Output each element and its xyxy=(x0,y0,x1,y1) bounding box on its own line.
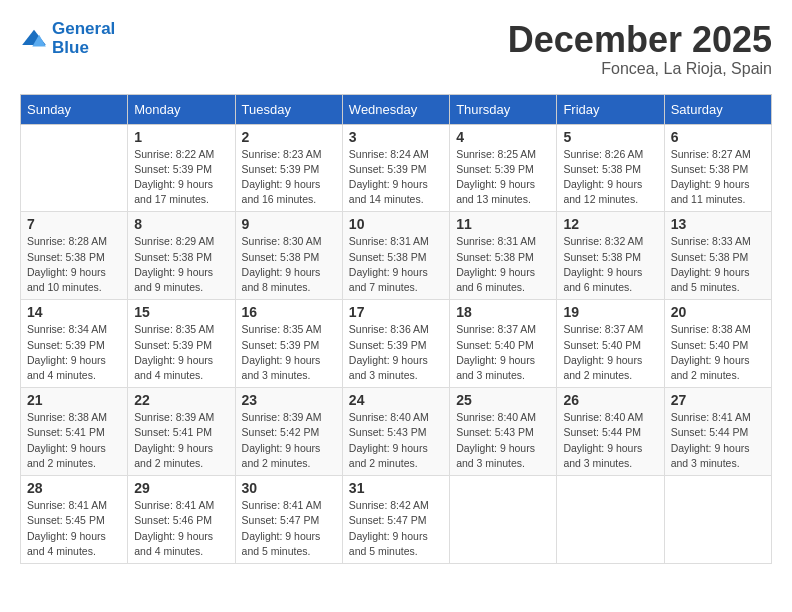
day-number: 6 xyxy=(671,129,765,145)
calendar-cell: 30Sunrise: 8:41 AM Sunset: 5:47 PM Dayli… xyxy=(235,476,342,564)
day-info: Sunrise: 8:40 AM Sunset: 5:44 PM Dayligh… xyxy=(563,410,657,471)
calendar-cell: 25Sunrise: 8:40 AM Sunset: 5:43 PM Dayli… xyxy=(450,388,557,476)
day-number: 26 xyxy=(563,392,657,408)
day-info: Sunrise: 8:29 AM Sunset: 5:38 PM Dayligh… xyxy=(134,234,228,295)
day-info: Sunrise: 8:26 AM Sunset: 5:38 PM Dayligh… xyxy=(563,147,657,208)
day-info: Sunrise: 8:22 AM Sunset: 5:39 PM Dayligh… xyxy=(134,147,228,208)
day-number: 5 xyxy=(563,129,657,145)
calendar-cell: 16Sunrise: 8:35 AM Sunset: 5:39 PM Dayli… xyxy=(235,300,342,388)
header-thursday: Thursday xyxy=(450,94,557,124)
calendar-cell xyxy=(664,476,771,564)
calendar-table: SundayMondayTuesdayWednesdayThursdayFrid… xyxy=(20,94,772,564)
day-number: 8 xyxy=(134,216,228,232)
calendar-cell: 8Sunrise: 8:29 AM Sunset: 5:38 PM Daylig… xyxy=(128,212,235,300)
day-number: 31 xyxy=(349,480,443,496)
day-info: Sunrise: 8:42 AM Sunset: 5:47 PM Dayligh… xyxy=(349,498,443,559)
day-info: Sunrise: 8:27 AM Sunset: 5:38 PM Dayligh… xyxy=(671,147,765,208)
day-info: Sunrise: 8:41 AM Sunset: 5:45 PM Dayligh… xyxy=(27,498,121,559)
location-subtitle: Foncea, La Rioja, Spain xyxy=(508,60,772,78)
day-info: Sunrise: 8:40 AM Sunset: 5:43 PM Dayligh… xyxy=(456,410,550,471)
day-number: 12 xyxy=(563,216,657,232)
day-number: 30 xyxy=(242,480,336,496)
calendar-week-3: 14Sunrise: 8:34 AM Sunset: 5:39 PM Dayli… xyxy=(21,300,772,388)
day-info: Sunrise: 8:41 AM Sunset: 5:47 PM Dayligh… xyxy=(242,498,336,559)
day-info: Sunrise: 8:32 AM Sunset: 5:38 PM Dayligh… xyxy=(563,234,657,295)
calendar-cell: 14Sunrise: 8:34 AM Sunset: 5:39 PM Dayli… xyxy=(21,300,128,388)
day-number: 10 xyxy=(349,216,443,232)
header-wednesday: Wednesday xyxy=(342,94,449,124)
calendar-cell: 12Sunrise: 8:32 AM Sunset: 5:38 PM Dayli… xyxy=(557,212,664,300)
calendar-cell: 13Sunrise: 8:33 AM Sunset: 5:38 PM Dayli… xyxy=(664,212,771,300)
calendar-cell: 9Sunrise: 8:30 AM Sunset: 5:38 PM Daylig… xyxy=(235,212,342,300)
day-number: 15 xyxy=(134,304,228,320)
header-monday: Monday xyxy=(128,94,235,124)
day-number: 20 xyxy=(671,304,765,320)
calendar-cell: 7Sunrise: 8:28 AM Sunset: 5:38 PM Daylig… xyxy=(21,212,128,300)
calendar-week-2: 7Sunrise: 8:28 AM Sunset: 5:38 PM Daylig… xyxy=(21,212,772,300)
logo-icon xyxy=(20,28,48,50)
day-info: Sunrise: 8:28 AM Sunset: 5:38 PM Dayligh… xyxy=(27,234,121,295)
calendar-cell: 6Sunrise: 8:27 AM Sunset: 5:38 PM Daylig… xyxy=(664,124,771,212)
day-number: 16 xyxy=(242,304,336,320)
calendar-cell: 10Sunrise: 8:31 AM Sunset: 5:38 PM Dayli… xyxy=(342,212,449,300)
calendar-cell: 19Sunrise: 8:37 AM Sunset: 5:40 PM Dayli… xyxy=(557,300,664,388)
calendar-cell: 27Sunrise: 8:41 AM Sunset: 5:44 PM Dayli… xyxy=(664,388,771,476)
day-info: Sunrise: 8:31 AM Sunset: 5:38 PM Dayligh… xyxy=(349,234,443,295)
calendar-week-5: 28Sunrise: 8:41 AM Sunset: 5:45 PM Dayli… xyxy=(21,476,772,564)
calendar-cell: 28Sunrise: 8:41 AM Sunset: 5:45 PM Dayli… xyxy=(21,476,128,564)
calendar-cell xyxy=(557,476,664,564)
logo: General Blue xyxy=(20,20,115,57)
day-number: 3 xyxy=(349,129,443,145)
day-info: Sunrise: 8:23 AM Sunset: 5:39 PM Dayligh… xyxy=(242,147,336,208)
page-header: General Blue December 2025 Foncea, La Ri… xyxy=(20,20,772,78)
day-info: Sunrise: 8:25 AM Sunset: 5:39 PM Dayligh… xyxy=(456,147,550,208)
day-number: 25 xyxy=(456,392,550,408)
calendar-cell xyxy=(21,124,128,212)
calendar-cell: 20Sunrise: 8:38 AM Sunset: 5:40 PM Dayli… xyxy=(664,300,771,388)
day-number: 11 xyxy=(456,216,550,232)
month-title: December 2025 xyxy=(508,20,772,60)
day-number: 22 xyxy=(134,392,228,408)
day-info: Sunrise: 8:41 AM Sunset: 5:46 PM Dayligh… xyxy=(134,498,228,559)
day-info: Sunrise: 8:39 AM Sunset: 5:42 PM Dayligh… xyxy=(242,410,336,471)
day-number: 4 xyxy=(456,129,550,145)
day-number: 28 xyxy=(27,480,121,496)
day-info: Sunrise: 8:38 AM Sunset: 5:40 PM Dayligh… xyxy=(671,322,765,383)
day-info: Sunrise: 8:39 AM Sunset: 5:41 PM Dayligh… xyxy=(134,410,228,471)
day-info: Sunrise: 8:35 AM Sunset: 5:39 PM Dayligh… xyxy=(242,322,336,383)
calendar-cell: 4Sunrise: 8:25 AM Sunset: 5:39 PM Daylig… xyxy=(450,124,557,212)
day-number: 24 xyxy=(349,392,443,408)
day-number: 18 xyxy=(456,304,550,320)
header-saturday: Saturday xyxy=(664,94,771,124)
calendar-header-row: SundayMondayTuesdayWednesdayThursdayFrid… xyxy=(21,94,772,124)
calendar-cell: 2Sunrise: 8:23 AM Sunset: 5:39 PM Daylig… xyxy=(235,124,342,212)
calendar-cell: 22Sunrise: 8:39 AM Sunset: 5:41 PM Dayli… xyxy=(128,388,235,476)
calendar-cell: 18Sunrise: 8:37 AM Sunset: 5:40 PM Dayli… xyxy=(450,300,557,388)
calendar-cell: 21Sunrise: 8:38 AM Sunset: 5:41 PM Dayli… xyxy=(21,388,128,476)
day-info: Sunrise: 8:41 AM Sunset: 5:44 PM Dayligh… xyxy=(671,410,765,471)
day-info: Sunrise: 8:33 AM Sunset: 5:38 PM Dayligh… xyxy=(671,234,765,295)
day-number: 13 xyxy=(671,216,765,232)
day-number: 29 xyxy=(134,480,228,496)
day-info: Sunrise: 8:37 AM Sunset: 5:40 PM Dayligh… xyxy=(563,322,657,383)
day-info: Sunrise: 8:36 AM Sunset: 5:39 PM Dayligh… xyxy=(349,322,443,383)
day-number: 17 xyxy=(349,304,443,320)
day-number: 9 xyxy=(242,216,336,232)
calendar-week-1: 1Sunrise: 8:22 AM Sunset: 5:39 PM Daylig… xyxy=(21,124,772,212)
day-number: 7 xyxy=(27,216,121,232)
calendar-cell xyxy=(450,476,557,564)
day-number: 1 xyxy=(134,129,228,145)
day-info: Sunrise: 8:24 AM Sunset: 5:39 PM Dayligh… xyxy=(349,147,443,208)
logo-text: General Blue xyxy=(52,20,115,57)
calendar-cell: 26Sunrise: 8:40 AM Sunset: 5:44 PM Dayli… xyxy=(557,388,664,476)
calendar-cell: 17Sunrise: 8:36 AM Sunset: 5:39 PM Dayli… xyxy=(342,300,449,388)
day-info: Sunrise: 8:30 AM Sunset: 5:38 PM Dayligh… xyxy=(242,234,336,295)
calendar-week-4: 21Sunrise: 8:38 AM Sunset: 5:41 PM Dayli… xyxy=(21,388,772,476)
calendar-cell: 11Sunrise: 8:31 AM Sunset: 5:38 PM Dayli… xyxy=(450,212,557,300)
title-block: December 2025 Foncea, La Rioja, Spain xyxy=(508,20,772,78)
day-info: Sunrise: 8:35 AM Sunset: 5:39 PM Dayligh… xyxy=(134,322,228,383)
day-number: 19 xyxy=(563,304,657,320)
header-sunday: Sunday xyxy=(21,94,128,124)
header-friday: Friday xyxy=(557,94,664,124)
calendar-cell: 15Sunrise: 8:35 AM Sunset: 5:39 PM Dayli… xyxy=(128,300,235,388)
